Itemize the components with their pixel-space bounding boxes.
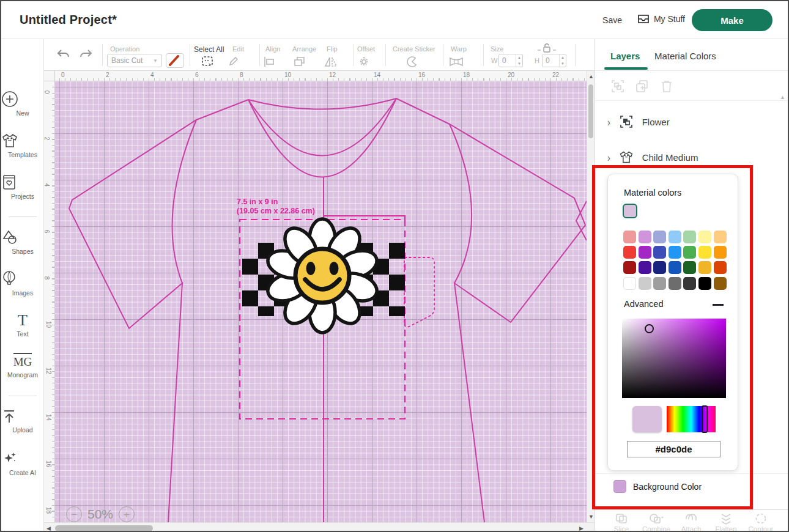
sidebar-item-create-ai[interactable]: Create AI [1, 450, 44, 476]
color-swatch[interactable] [639, 277, 651, 290]
arrange-label[interactable]: Arrange [292, 45, 316, 53]
selected-material-color-swatch[interactable] [623, 204, 637, 218]
chevron-right-icon[interactable]: › [607, 116, 610, 128]
zoom-out-button[interactable]: − [66, 506, 82, 522]
background-color-swatch[interactable] [613, 480, 626, 493]
scroll-left-icon[interactable]: ◀ [46, 525, 51, 531]
vertical-scroll-thumb[interactable] [588, 84, 593, 138]
create-sticker-label[interactable]: Create Sticker [393, 45, 435, 53]
color-swatch[interactable] [623, 261, 636, 274]
color-swatch[interactable] [623, 231, 636, 243]
operation-label: Operation [110, 45, 139, 53]
picker-handle[interactable] [645, 324, 654, 333]
color-swatch[interactable] [698, 231, 711, 243]
color-swatch[interactable] [653, 277, 666, 290]
color-swatch[interactable] [669, 261, 681, 274]
horizontal-scrollbar[interactable]: ◀ ▶ [44, 522, 595, 532]
combine-button[interactable]: Combine [639, 512, 673, 532]
width-spinner[interactable]: ▲▼ [516, 54, 522, 67]
color-swatch[interactable] [653, 246, 666, 259]
tab-material-colors[interactable]: Material Colors [654, 51, 716, 61]
design-canvas[interactable]: 7.5 in x 9 in (19.05 cm x 22.86 cm) − 50… [55, 81, 587, 522]
sidebar-item-upload[interactable]: Upload [1, 408, 44, 434]
sidebar-item-text[interactable]: T Text [1, 312, 44, 338]
duplicate-button[interactable] [635, 79, 650, 94]
sidebar-item-label: Projects [1, 193, 44, 200]
slice-button[interactable]: Slice [604, 512, 639, 532]
pocket-outline[interactable] [404, 257, 434, 327]
layer-row-child-medium[interactable]: › Child Medium [595, 141, 789, 174]
scroll-right-icon[interactable]: ▶ [579, 525, 583, 531]
sidebar-item-shapes[interactable]: Shapes [1, 229, 44, 255]
layer-row-flower[interactable]: › Flower [595, 105, 789, 138]
save-button[interactable]: Save [602, 15, 622, 25]
attach-button[interactable]: Attach [674, 512, 708, 532]
select-all-icon[interactable] [201, 55, 214, 68]
height-spinner[interactable]: ▲▼ [559, 54, 566, 67]
color-swatch[interactable] [683, 246, 696, 259]
color-swatch[interactable] [683, 277, 696, 290]
offset-label[interactable]: Offset [357, 45, 375, 53]
toolbar-separator [575, 44, 576, 66]
zoom-in-button[interactable]: + [119, 506, 135, 522]
color-swatch[interactable] [623, 246, 636, 259]
sidebar-item-monogram[interactable]: MG Monogram [1, 353, 44, 379]
sidebar-item-new[interactable]: New [1, 91, 44, 117]
undo-button[interactable] [56, 47, 71, 62]
color-swatch[interactable] [639, 231, 651, 243]
sidebar-item-images[interactable]: Images [1, 270, 44, 297]
redo-button[interactable] [78, 47, 93, 62]
select-all-button[interactable]: Select All [194, 45, 224, 54]
hue-slider-handle[interactable] [702, 405, 708, 433]
color-swatch[interactable] [698, 246, 711, 259]
vertical-scrollbar[interactable]: ▲ ▼ [587, 71, 595, 522]
panel-scroll-up-icon[interactable]: ▲ [780, 94, 785, 100]
color-swatch[interactable] [669, 231, 681, 243]
color-swatch[interactable] [653, 231, 666, 243]
operation-color-button[interactable] [166, 53, 184, 68]
color-swatch[interactable] [669, 277, 681, 290]
lock-icon[interactable] [536, 43, 557, 53]
my-stuff-button[interactable]: My Stuff [637, 13, 685, 24]
color-swatch[interactable] [639, 246, 651, 259]
ruler-number: 12 [45, 368, 52, 374]
flatten-button[interactable]: Flatten [709, 512, 743, 532]
color-swatch[interactable] [669, 246, 681, 259]
saturation-brightness-picker[interactable] [622, 319, 726, 398]
color-swatch[interactable] [653, 261, 666, 274]
hex-color-input[interactable] [627, 441, 720, 457]
scroll-up-icon[interactable]: ▲ [588, 73, 594, 79]
background-color-row[interactable]: Background Color [613, 480, 702, 493]
flip-label[interactable]: Flip [327, 45, 338, 53]
canvas-artwork[interactable]: 7.5 in x 9 in (19.05 cm x 22.86 cm) [55, 81, 587, 522]
hue-slider[interactable] [667, 406, 716, 432]
horizontal-scroll-thumb[interactable] [55, 525, 153, 531]
horizontal-ruler: 0246810121416182022 [55, 71, 587, 81]
sidebar-item-templates[interactable]: Templates [1, 132, 44, 158]
color-swatch[interactable] [639, 261, 651, 274]
chevron-right-icon[interactable]: › [607, 151, 610, 164]
trash-button[interactable] [659, 79, 674, 94]
contour-button[interactable]: Contour [744, 512, 778, 532]
ruler-number: 0 [44, 91, 50, 94]
color-preview-swatch [632, 406, 662, 432]
color-swatch[interactable] [714, 246, 727, 259]
color-swatch[interactable] [714, 261, 727, 274]
operation-dropdown[interactable]: Basic Cut▼ [107, 54, 162, 67]
tab-layers[interactable]: Layers [610, 51, 640, 61]
group-button[interactable] [610, 79, 625, 94]
color-swatch[interactable] [698, 261, 711, 274]
align-label[interactable]: Align [265, 45, 280, 53]
edit-label[interactable]: Edit [232, 45, 244, 53]
color-swatch[interactable] [623, 277, 636, 290]
color-swatch[interactable] [683, 261, 696, 274]
sidebar-item-projects[interactable]: Projects [1, 174, 44, 200]
make-button[interactable]: Make [692, 9, 772, 31]
scroll-down-icon[interactable]: ▼ [588, 514, 594, 520]
collapse-advanced-icon[interactable] [713, 304, 724, 306]
color-swatch[interactable] [698, 277, 711, 290]
color-swatch[interactable] [683, 231, 696, 243]
color-swatch[interactable] [714, 231, 727, 243]
color-swatch[interactable] [714, 277, 727, 290]
warp-label[interactable]: Warp [451, 45, 467, 53]
